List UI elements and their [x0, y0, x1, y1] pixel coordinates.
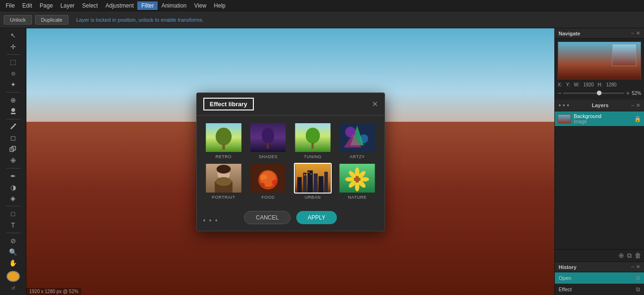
- svg-point-23: [216, 177, 232, 186]
- shape-tool[interactable]: □: [5, 209, 22, 219]
- menu-view[interactable]: View: [191, 1, 210, 10]
- effect-label-tuning: TUNING: [304, 154, 322, 159]
- effect-thumb-food: [249, 163, 287, 194]
- navigate-close-button[interactable]: ✕: [636, 30, 640, 36]
- history-item-effect[interactable]: Effect ⧉: [555, 284, 644, 295]
- menu-help[interactable]: Help: [210, 1, 229, 10]
- svg-point-0: [11, 108, 15, 112]
- zoom-plus-button[interactable]: +: [626, 89, 630, 97]
- navigate-coords: X: Y: W: 1920 H: 1280: [558, 82, 641, 87]
- menu-select[interactable]: Select: [78, 1, 101, 10]
- layers-close-button[interactable]: ✕: [636, 102, 640, 109]
- menu-layer[interactable]: Layer: [57, 1, 78, 10]
- eyedropper-tool[interactable]: ⊘: [5, 236, 22, 246]
- effect-item-food[interactable]: FOOD: [248, 163, 289, 200]
- layers-minimize-button[interactable]: −: [631, 102, 634, 109]
- hand-tool[interactable]: ✋: [5, 258, 22, 268]
- svg-point-46: [355, 182, 360, 191]
- history-panel-header: History − ✕: [555, 262, 644, 272]
- navigate-preview[interactable]: [558, 42, 641, 79]
- more-tools[interactable]: ↺: [5, 283, 22, 293]
- layers-actions: ⊕ ⧉ 🗑: [555, 249, 644, 261]
- effect-item-tuning[interactable]: TUNING: [293, 122, 334, 159]
- effect-thumb-portrait: [205, 163, 243, 194]
- menu-edit[interactable]: Edit: [18, 1, 36, 10]
- color-swatch[interactable]: [7, 271, 20, 282]
- zoom-value-label: 52%: [632, 91, 641, 96]
- marquee-tool[interactable]: ⬚: [5, 57, 22, 67]
- effect-item-artzy[interactable]: ARTZY: [337, 122, 378, 159]
- move-tool[interactable]: ✛: [5, 42, 22, 52]
- crop-tool[interactable]: ⊕: [5, 95, 22, 105]
- effect-item-nature[interactable]: NATURE: [337, 163, 378, 200]
- duplicate-layer-button[interactable]: ⧉: [627, 252, 632, 260]
- modal-title: Effect library: [203, 98, 254, 110]
- effect-item-shades[interactable]: SHADES: [248, 122, 289, 159]
- cancel-button[interactable]: CANCEL: [244, 211, 291, 224]
- svg-point-10: [262, 127, 274, 143]
- left-toolbar: ↖ ✛ ⬚ ⌾ ✦ ⊕ ◻ ✙ ✒ ◑ ◈ □ T ⊘ 🔍 ✋ ↺: [0, 28, 26, 295]
- effect-label-retro: RETRO: [216, 154, 232, 159]
- canvas-area[interactable]: 1920 x 1280 px @ 52% Effect library ✕: [26, 28, 554, 295]
- svg-rect-36: [318, 176, 323, 193]
- modal-footer: • • • CANCEL APPLY: [197, 206, 385, 231]
- effect-item-urban[interactable]: URBAN: [293, 163, 334, 200]
- clone-tool[interactable]: [5, 144, 22, 154]
- toolbar: Unlock Duplicate Layer is locked in posi…: [0, 11, 644, 28]
- effect-library-modal: Effect library ✕: [196, 93, 385, 231]
- apply-button[interactable]: APPLY: [296, 211, 337, 224]
- svg-rect-11: [267, 143, 269, 149]
- unlock-button[interactable]: Unlock: [4, 15, 32, 25]
- stamp-tool[interactable]: [5, 106, 22, 117]
- svg-point-7: [216, 127, 232, 145]
- svg-point-18: [360, 134, 368, 143]
- menu-animation[interactable]: Animation: [158, 1, 190, 10]
- history-minimize-button[interactable]: −: [631, 264, 634, 270]
- history-item-open[interactable]: Open ⧉: [555, 272, 644, 284]
- brush-tool[interactable]: [5, 121, 22, 132]
- modal-close-button[interactable]: ✕: [372, 100, 378, 109]
- nav-x-label: X:: [558, 82, 562, 87]
- layers-options-button[interactable]: • • •: [559, 101, 569, 109]
- pointer-tool[interactable]: ↖: [5, 30, 22, 41]
- tool-separator-4: [6, 168, 20, 169]
- pen-tool[interactable]: ✒: [5, 171, 22, 181]
- layer-item-background[interactable]: Background Image 🔒: [555, 111, 644, 126]
- menu-adjustment[interactable]: Adjustment: [101, 1, 137, 10]
- text-tool[interactable]: T: [5, 220, 22, 230]
- svg-rect-35: [314, 173, 318, 192]
- nav-w-value: 1920: [583, 82, 594, 87]
- svg-rect-38: [304, 174, 305, 175]
- svg-point-45: [355, 167, 360, 176]
- heal-tool[interactable]: ✙: [5, 155, 22, 166]
- eraser-tool[interactable]: ◻: [5, 133, 22, 143]
- menu-page[interactable]: Page: [36, 1, 57, 10]
- effect-label-portrait: PORTRAIT: [212, 195, 235, 200]
- effect-item-retro[interactable]: RETRO: [203, 122, 244, 159]
- effect-label-artzy: ARTZY: [350, 154, 365, 159]
- svg-rect-1: [11, 113, 16, 114]
- more-options-button[interactable]: • • •: [203, 217, 218, 224]
- history-panel: History − ✕ Open ⧉ Effect ⧉: [555, 261, 644, 295]
- effect-thumb-tuning: [294, 122, 332, 153]
- fill-tool[interactable]: ◈: [5, 194, 22, 204]
- svg-rect-34: [307, 170, 312, 193]
- gradient-tool[interactable]: ◑: [5, 182, 22, 193]
- lasso-tool[interactable]: ⌾: [5, 68, 22, 78]
- add-layer-button[interactable]: ⊕: [619, 252, 624, 260]
- menu-filter[interactable]: Filter: [137, 1, 158, 10]
- zoom-slider[interactable]: [563, 93, 624, 94]
- navigate-minimize-button[interactable]: −: [631, 30, 634, 36]
- svg-rect-40: [308, 171, 309, 172]
- duplicate-button[interactable]: Duplicate: [35, 15, 69, 25]
- history-item-effect-label: Effect: [559, 287, 572, 292]
- zoom-tool[interactable]: 🔍: [5, 247, 22, 257]
- history-close-button[interactable]: ✕: [636, 264, 640, 270]
- magic-wand-tool[interactable]: ✦: [5, 79, 22, 90]
- svg-rect-37: [324, 171, 328, 192]
- delete-layer-button[interactable]: 🗑: [635, 252, 641, 260]
- menu-file[interactable]: File: [2, 1, 18, 10]
- zoom-minus-button[interactable]: −: [558, 89, 561, 97]
- effect-item-portrait[interactable]: PORTRAIT: [203, 163, 244, 200]
- layer-info: Background Image: [574, 113, 631, 124]
